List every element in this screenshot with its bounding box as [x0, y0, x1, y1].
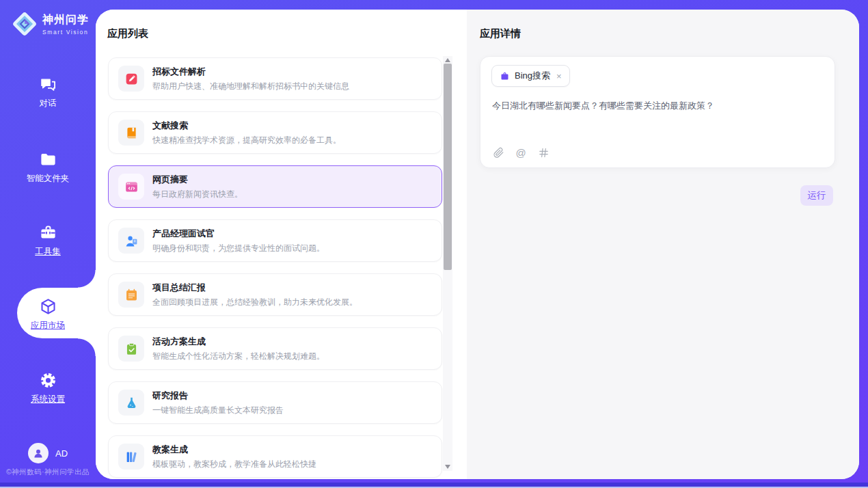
sidebar-item-label: 对话 — [0, 98, 96, 109]
diamond-logo-icon — [11, 10, 38, 38]
app-card-title: 项目总结汇报 — [152, 282, 357, 294]
books-icon — [118, 444, 144, 470]
sidebar-item-chat[interactable]: 对话 — [0, 75, 96, 109]
pill-bottom-curve — [78, 338, 96, 356]
app-card-desc: 一键智能生成高质量长文本研究报告 — [152, 405, 284, 416]
pill-top-curve — [78, 270, 96, 288]
brand-subtitle: Smart Vision — [42, 29, 89, 36]
brand-logo: 神州问学 Smart Vision — [11, 10, 89, 38]
gear-icon — [39, 371, 57, 390]
app-detail-panel: 应用详情 Bing搜索 × 今日湖北有哪些新闻要点？有哪些需要关注的最新政策？ … — [467, 10, 859, 479]
sidebar-item-label: 系统设置 — [0, 394, 96, 405]
chip-close-icon[interactable]: × — [556, 72, 562, 81]
app-card-title: 文献搜索 — [152, 120, 341, 132]
scrollbar-down-arrow[interactable] — [443, 463, 452, 471]
user-icon — [32, 447, 44, 459]
sidebar-item-settings[interactable]: 系统设置 — [0, 371, 96, 405]
browser-code-icon — [118, 174, 144, 200]
question-input[interactable]: 今日湖北有哪些新闻要点？有哪些需要关注的最新政策？ — [492, 99, 824, 135]
scrollbar-thumb[interactable] — [444, 64, 452, 270]
briefcase-icon — [500, 71, 510, 81]
app-card-desc: 智能生成个性化活动方案，轻松解决规划难题。 — [152, 351, 325, 362]
avatar — [28, 443, 49, 463]
app-card-desc: 模板驱动，教案秒成，教学准备从此轻松快捷 — [152, 459, 316, 470]
app-card-title: 教案生成 — [152, 444, 316, 456]
app-card-desc: 明确身份和职责，为您提供专业性的面试问题。 — [152, 243, 325, 254]
app-card-pm-interviewer[interactable]: 产品经理面试官 明确身份和职责，为您提供专业性的面试问题。 — [108, 219, 442, 262]
app-list-panel: 应用列表 招标文件解析 帮助用户快速、准确地理解和解析招标书中的关键信息 文献搜… — [96, 10, 467, 479]
sidebar-footer-credit: ©神州数码·神州问学出品 — [0, 467, 96, 477]
toolbox-icon — [39, 223, 57, 242]
attachment-icon[interactable] — [492, 146, 504, 159]
app-card-lesson-plan[interactable]: 教案生成 模板驱动，教案秒成，教学准备从此轻松快捷 — [108, 435, 442, 478]
app-card-title: 网页摘要 — [152, 174, 243, 186]
app-card-title: 产品经理面试官 — [152, 228, 325, 240]
brand-name: 神州问学 — [42, 13, 89, 27]
run-button[interactable]: 运行 — [800, 185, 833, 206]
chat-icon — [39, 75, 57, 94]
app-card-desc: 快速精准查找学术资源，提高研究效率的必备工具。 — [152, 135, 341, 146]
clipboard-check-icon — [118, 336, 144, 362]
content-area: 应用列表 招标文件解析 帮助用户快速、准确地理解和解析招标书中的关键信息 文献搜… — [96, 10, 859, 479]
app-card-title: 活动方案生成 — [152, 336, 325, 348]
sidebar-item-toolset[interactable]: 工具集 — [0, 223, 96, 258]
tool-chip-bing-search[interactable]: Bing搜索 × — [491, 65, 570, 87]
book-icon — [118, 120, 144, 146]
app-card-web-summary[interactable]: 网页摘要 每日政府新闻资讯快查。 — [108, 165, 442, 208]
interviewer-icon — [118, 228, 144, 254]
hash-icon[interactable] — [537, 146, 550, 159]
sidebar-item-label: 应用市场 — [0, 320, 96, 331]
app-card-research-report[interactable]: 研究报告 一键智能生成高质量长文本研究报告 — [108, 381, 442, 424]
app-card-desc: 帮助用户快速、准确地理解和解析招标书中的关键信息 — [152, 81, 349, 92]
sidebar-item-label: 智能文件夹 — [0, 173, 96, 185]
app-card-title: 研究报告 — [152, 390, 284, 402]
app-card-event-plan[interactable]: 活动方案生成 智能生成个性化活动方案，轻松解决规划难题。 — [108, 327, 442, 370]
sidebar-item-label: 工具集 — [0, 246, 96, 258]
tool-chip-label: Bing搜索 — [515, 70, 550, 82]
app-list-title: 应用列表 — [107, 27, 148, 40]
prompt-card: Bing搜索 × 今日湖北有哪些新闻要点？有哪些需要关注的最新政策？ @ — [480, 56, 835, 168]
pen-square-icon — [118, 66, 144, 92]
app-card-literature-search[interactable]: 文献搜索 快速精准查找学术资源，提高研究效率的必备工具。 — [108, 111, 442, 154]
app-card-title: 招标文件解析 — [152, 66, 349, 78]
input-toolbar: @ — [492, 146, 550, 159]
app-card-desc: 每日政府新闻资讯快查。 — [152, 189, 243, 200]
app-card-list: 招标文件解析 帮助用户快速、准确地理解和解析招标书中的关键信息 文献搜索 快速精… — [108, 57, 442, 479]
report-calendar-icon — [118, 282, 144, 308]
sidebar-item-app-market[interactable]: 应用市场 — [0, 297, 96, 331]
sidebar: 神州问学 Smart Vision 对话 智能文件夹 工具集 — [0, 0, 96, 488]
mention-icon[interactable]: @ — [515, 146, 527, 159]
app-detail-title: 应用详情 — [480, 27, 521, 40]
user-account[interactable]: AD — [0, 443, 96, 463]
app-card-desc: 全面回顾项目进展，总结经验教训，助力未来优化发展。 — [152, 297, 357, 308]
list-scrollbar[interactable] — [443, 56, 452, 471]
app-card-bid-parse[interactable]: 招标文件解析 帮助用户快速、准确地理解和解析招标书中的关键信息 — [108, 57, 442, 100]
research-flask-icon — [118, 390, 144, 416]
user-initials: AD — [55, 448, 68, 459]
sidebar-item-smart-folder[interactable]: 智能文件夹 — [0, 150, 96, 185]
cube-icon — [39, 297, 57, 316]
app-card-project-summary[interactable]: 项目总结汇报 全面回顾项目进展，总结经验教训，助力未来优化发展。 — [108, 273, 442, 316]
folder-icon — [39, 150, 57, 169]
